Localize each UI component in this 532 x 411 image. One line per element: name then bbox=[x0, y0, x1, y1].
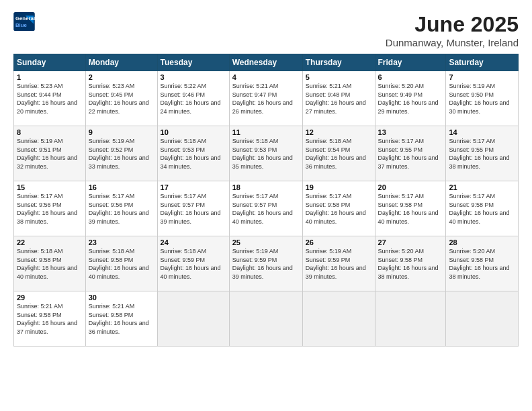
calendar-cell: 1Sunrise: 5:23 AMSunset: 9:44 PMDaylight… bbox=[14, 71, 86, 126]
day-number: 28 bbox=[449, 238, 515, 246]
calendar-cell: 26Sunrise: 5:19 AMSunset: 9:59 PMDayligh… bbox=[302, 236, 375, 291]
day-info: Sunrise: 5:18 AMSunset: 9:54 PMDaylight:… bbox=[306, 138, 366, 170]
month-title: June 2025 bbox=[386, 12, 519, 37]
day-number: 9 bbox=[89, 128, 154, 136]
day-info: Sunrise: 5:17 AMSunset: 9:58 PMDaylight:… bbox=[378, 193, 439, 225]
day-info: Sunrise: 5:20 AMSunset: 9:49 PMDaylight:… bbox=[378, 83, 439, 115]
calendar-cell bbox=[302, 291, 375, 347]
day-info: Sunrise: 5:17 AMSunset: 9:56 PMDaylight:… bbox=[17, 193, 77, 225]
svg-text:Blue: Blue bbox=[15, 22, 28, 28]
day-info: Sunrise: 5:20 AMSunset: 9:58 PMDaylight:… bbox=[449, 248, 509, 280]
day-number: 3 bbox=[161, 73, 226, 81]
day-number: 8 bbox=[17, 128, 83, 136]
calendar-table: SundayMondayTuesdayWednesdayThursdayFrid… bbox=[13, 54, 519, 347]
logo: General Blue bbox=[13, 12, 35, 31]
day-info: Sunrise: 5:21 AMSunset: 9:58 PMDaylight:… bbox=[89, 303, 149, 335]
day-info: Sunrise: 5:19 AMSunset: 9:59 PMDaylight:… bbox=[232, 248, 293, 280]
day-info: Sunrise: 5:17 AMSunset: 9:57 PMDaylight:… bbox=[161, 193, 221, 225]
day-info: Sunrise: 5:19 AMSunset: 9:51 PMDaylight:… bbox=[17, 138, 77, 170]
day-info: Sunrise: 5:22 AMSunset: 9:46 PMDaylight:… bbox=[161, 83, 221, 115]
day-info: Sunrise: 5:20 AMSunset: 9:58 PMDaylight:… bbox=[378, 248, 439, 280]
day-number: 11 bbox=[232, 128, 300, 136]
day-info: Sunrise: 5:18 AMSunset: 9:58 PMDaylight:… bbox=[17, 248, 77, 280]
calendar-cell bbox=[375, 291, 446, 347]
location-title: Dunmanway, Munster, Ireland bbox=[386, 37, 519, 48]
day-number: 17 bbox=[161, 183, 226, 191]
calendar-cell: 25Sunrise: 5:19 AMSunset: 9:59 PMDayligh… bbox=[229, 236, 302, 291]
calendar-week-2: 8Sunrise: 5:19 AMSunset: 9:51 PMDaylight… bbox=[14, 126, 519, 181]
calendar-cell: 30Sunrise: 5:21 AMSunset: 9:58 PMDayligh… bbox=[85, 291, 157, 347]
day-number: 16 bbox=[89, 183, 154, 191]
day-number: 29 bbox=[17, 293, 83, 302]
day-info: Sunrise: 5:17 AMSunset: 9:55 PMDaylight:… bbox=[449, 138, 509, 170]
day-header-tuesday: Tuesday bbox=[157, 54, 229, 71]
calendar-cell bbox=[446, 291, 519, 347]
day-info: Sunrise: 5:19 AMSunset: 9:59 PMDaylight:… bbox=[306, 248, 366, 280]
calendar-cell: 13Sunrise: 5:17 AMSunset: 9:55 PMDayligh… bbox=[375, 126, 446, 181]
svg-text:General: General bbox=[15, 15, 35, 21]
day-number: 7 bbox=[449, 73, 515, 81]
day-number: 5 bbox=[306, 73, 372, 81]
logo-icon: General Blue bbox=[13, 12, 35, 31]
header: General Blue June 2025 Dunmanway, Munste… bbox=[13, 12, 519, 48]
calendar-cell: 19Sunrise: 5:17 AMSunset: 9:58 PMDayligh… bbox=[302, 181, 375, 236]
day-number: 4 bbox=[232, 73, 300, 81]
day-info: Sunrise: 5:17 AMSunset: 9:57 PMDaylight:… bbox=[232, 193, 293, 225]
day-info: Sunrise: 5:21 AMSunset: 9:48 PMDaylight:… bbox=[306, 83, 366, 115]
calendar-cell: 2Sunrise: 5:23 AMSunset: 9:45 PMDaylight… bbox=[85, 71, 157, 126]
day-number: 23 bbox=[89, 238, 154, 246]
calendar-page: General Blue June 2025 Dunmanway, Munste… bbox=[0, 0, 532, 411]
calendar-cell: 27Sunrise: 5:20 AMSunset: 9:58 PMDayligh… bbox=[375, 236, 446, 291]
day-number: 14 bbox=[449, 128, 515, 136]
calendar-cell: 5Sunrise: 5:21 AMSunset: 9:48 PMDaylight… bbox=[302, 71, 375, 126]
calendar-cell: 15Sunrise: 5:17 AMSunset: 9:56 PMDayligh… bbox=[14, 181, 86, 236]
day-number: 22 bbox=[17, 238, 83, 246]
calendar-week-5: 29Sunrise: 5:21 AMSunset: 9:58 PMDayligh… bbox=[14, 291, 519, 347]
day-header-saturday: Saturday bbox=[446, 54, 519, 71]
calendar-cell: 8Sunrise: 5:19 AMSunset: 9:51 PMDaylight… bbox=[14, 126, 86, 181]
calendar-week-4: 22Sunrise: 5:18 AMSunset: 9:58 PMDayligh… bbox=[14, 236, 519, 291]
day-number: 19 bbox=[306, 183, 372, 191]
calendar-cell: 18Sunrise: 5:17 AMSunset: 9:57 PMDayligh… bbox=[229, 181, 302, 236]
calendar-cell: 24Sunrise: 5:18 AMSunset: 9:59 PMDayligh… bbox=[157, 236, 229, 291]
calendar-cell: 7Sunrise: 5:19 AMSunset: 9:50 PMDaylight… bbox=[446, 71, 519, 126]
calendar-week-1: 1Sunrise: 5:23 AMSunset: 9:44 PMDaylight… bbox=[14, 71, 519, 126]
day-number: 25 bbox=[232, 238, 300, 246]
calendar-cell: 21Sunrise: 5:17 AMSunset: 9:58 PMDayligh… bbox=[446, 181, 519, 236]
calendar-cell: 29Sunrise: 5:21 AMSunset: 9:58 PMDayligh… bbox=[14, 291, 86, 347]
calendar-week-3: 15Sunrise: 5:17 AMSunset: 9:56 PMDayligh… bbox=[14, 181, 519, 236]
calendar-cell: 10Sunrise: 5:18 AMSunset: 9:53 PMDayligh… bbox=[157, 126, 229, 181]
calendar-cell: 20Sunrise: 5:17 AMSunset: 9:58 PMDayligh… bbox=[375, 181, 446, 236]
calendar-cell: 17Sunrise: 5:17 AMSunset: 9:57 PMDayligh… bbox=[157, 181, 229, 236]
day-info: Sunrise: 5:23 AMSunset: 9:45 PMDaylight:… bbox=[89, 83, 149, 115]
day-header-wednesday: Wednesday bbox=[229, 54, 302, 71]
day-info: Sunrise: 5:18 AMSunset: 9:53 PMDaylight:… bbox=[161, 138, 221, 170]
day-info: Sunrise: 5:21 AMSunset: 9:47 PMDaylight:… bbox=[232, 83, 293, 115]
day-header-thursday: Thursday bbox=[302, 54, 375, 71]
day-number: 10 bbox=[161, 128, 226, 136]
day-info: Sunrise: 5:21 AMSunset: 9:58 PMDaylight:… bbox=[17, 303, 77, 335]
calendar-body: 1Sunrise: 5:23 AMSunset: 9:44 PMDaylight… bbox=[14, 71, 519, 347]
day-number: 26 bbox=[306, 238, 372, 246]
calendar-cell: 9Sunrise: 5:19 AMSunset: 9:52 PMDaylight… bbox=[85, 126, 157, 181]
day-header-monday: Monday bbox=[85, 54, 157, 71]
calendar-cell: 23Sunrise: 5:18 AMSunset: 9:58 PMDayligh… bbox=[85, 236, 157, 291]
calendar-cell: 3Sunrise: 5:22 AMSunset: 9:46 PMDaylight… bbox=[157, 71, 229, 126]
day-number: 2 bbox=[89, 73, 154, 81]
day-info: Sunrise: 5:23 AMSunset: 9:44 PMDaylight:… bbox=[17, 83, 77, 115]
day-number: 30 bbox=[89, 293, 154, 302]
title-area: June 2025 Dunmanway, Munster, Ireland bbox=[386, 12, 519, 48]
calendar-cell: 11Sunrise: 5:18 AMSunset: 9:53 PMDayligh… bbox=[229, 126, 302, 181]
day-header-friday: Friday bbox=[375, 54, 446, 71]
day-number: 1 bbox=[17, 73, 83, 81]
day-header-sunday: Sunday bbox=[14, 54, 86, 71]
calendar-cell: 22Sunrise: 5:18 AMSunset: 9:58 PMDayligh… bbox=[14, 236, 86, 291]
calendar-cell: 28Sunrise: 5:20 AMSunset: 9:58 PMDayligh… bbox=[446, 236, 519, 291]
day-number: 18 bbox=[232, 183, 300, 191]
day-info: Sunrise: 5:17 AMSunset: 9:58 PMDaylight:… bbox=[449, 193, 509, 225]
day-number: 12 bbox=[306, 128, 372, 136]
calendar-header-row: SundayMondayTuesdayWednesdayThursdayFrid… bbox=[14, 54, 519, 71]
day-number: 6 bbox=[378, 73, 443, 81]
day-number: 21 bbox=[449, 183, 515, 191]
calendar-cell: 14Sunrise: 5:17 AMSunset: 9:55 PMDayligh… bbox=[446, 126, 519, 181]
